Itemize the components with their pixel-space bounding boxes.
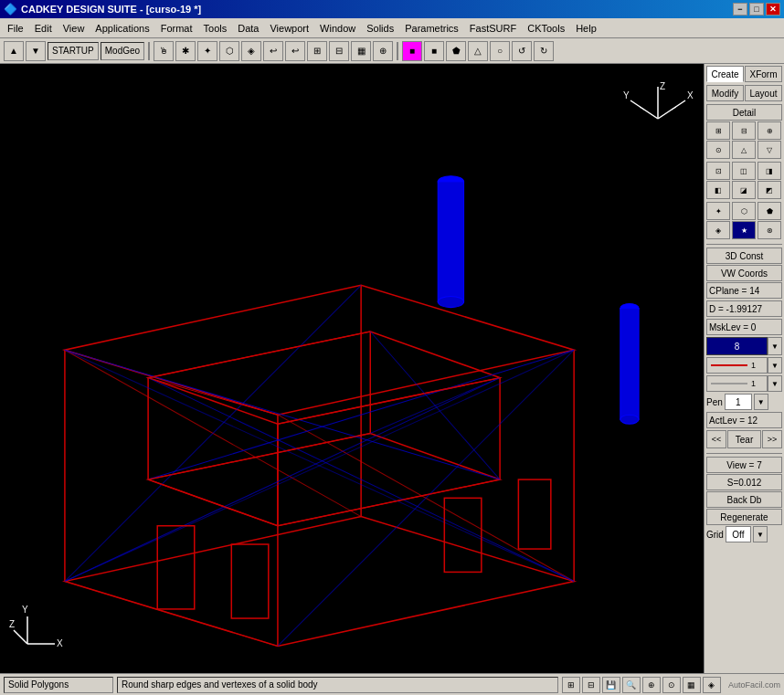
menu-item-applications[interactable]: Applications [90, 21, 154, 36]
back-db-button[interactable]: Back Db [706, 491, 782, 508]
icon-cell-2[interactable]: ⊟ [732, 121, 756, 140]
icon-cell-18[interactable]: ⊛ [758, 221, 781, 239]
toolbar-icon-15[interactable]: △ [468, 41, 488, 61]
menu-item-file[interactable]: File [2, 21, 29, 36]
scale-button[interactable]: S=0.012 [706, 474, 782, 490]
pen-value[interactable]: 1 [725, 394, 752, 410]
toolbar-down-btn[interactable]: ▼ [26, 41, 46, 61]
color-value[interactable]: 8 [706, 337, 768, 355]
menu-item-cktools[interactable]: CKTools [522, 21, 570, 36]
pen-arrow[interactable]: ▼ [754, 394, 768, 410]
status-icon-2[interactable]: ⊟ [582, 677, 600, 693]
title-text: CADKEY DESIGN SUITE - [curso-19 *] [21, 4, 201, 15]
icon-cell-6[interactable]: ▽ [758, 141, 781, 159]
status-type: Solid Polygons [4, 677, 113, 693]
status-icons: ⊞ ⊟ 💾 🔍 ⊕ ⊙ ▦ ◈ [562, 677, 721, 693]
tear-right-button[interactable]: >> [762, 430, 782, 448]
toolbar-icon-9[interactable]: ⊟ [329, 41, 349, 61]
icon-cell-5[interactable]: △ [732, 141, 756, 159]
icon-cell-10[interactable]: ◧ [706, 181, 730, 199]
tear-button[interactable]: Tear [727, 430, 761, 448]
line-arrow-2[interactable]: ▼ [768, 375, 782, 392]
close-button[interactable]: ✕ [766, 3, 780, 16]
menu-item-viewport[interactable]: Viewport [264, 21, 314, 36]
status-icon-8[interactable]: ◈ [703, 677, 721, 693]
toolbar-icon-18[interactable]: ↻ [534, 41, 554, 61]
icon-cell-7[interactable]: ⊡ [706, 162, 730, 180]
line-arrow-1[interactable]: ▼ [768, 357, 782, 374]
icon-cell-4[interactable]: ⊙ [706, 141, 730, 159]
line-preview-2[interactable]: 1 [706, 375, 768, 392]
icon-cell-14[interactable]: ⬡ [732, 202, 756, 220]
status-icon-4[interactable]: 🔍 [622, 677, 641, 693]
toolbar-icon-2[interactable]: ✱ [175, 41, 196, 61]
icon-cell-11[interactable]: ◪ [732, 181, 756, 199]
toolbar-icon-10[interactable]: ▦ [351, 41, 371, 61]
minimize-button[interactable]: − [733, 3, 747, 16]
icon-cell-16[interactable]: ◈ [706, 221, 730, 239]
status-message: Round sharp edges and vertexes of a soli… [117, 677, 558, 693]
cplane-row: CPlane = 14 [706, 282, 782, 299]
regenerate-button[interactable]: Regenerate [706, 509, 782, 525]
icon-cell-3[interactable]: ⊕ [758, 121, 781, 140]
status-icon-5[interactable]: ⊕ [642, 677, 661, 693]
grid-value[interactable]: Off [726, 526, 751, 542]
menu-item-data[interactable]: Data [232, 21, 264, 36]
tab-modify[interactable]: Modify [706, 85, 744, 101]
icon-cell-13[interactable]: ✦ [706, 202, 730, 220]
menu-item-window[interactable]: Window [314, 21, 361, 36]
toolbar-up-btn[interactable]: ▲ [4, 41, 24, 61]
color-dropdown-row: 8 ▼ [706, 337, 782, 355]
status-icon-7[interactable]: ▦ [683, 677, 701, 693]
panel-tabs-row1: Create XForm [706, 66, 782, 82]
toolbar-icon-6[interactable]: ↩ [263, 41, 283, 61]
vw-coords-button[interactable]: VW Coords [706, 265, 782, 281]
icon-cell-17[interactable]: ★ [732, 221, 756, 239]
main-area: X Y Z X Y Z [0, 64, 784, 673]
toolbar-icon-14[interactable]: ⬟ [446, 41, 466, 61]
canvas-area[interactable]: X Y Z X Y Z [0, 64, 704, 673]
menu-item-edit[interactable]: Edit [29, 21, 58, 36]
icon-cell-9[interactable]: ◨ [758, 162, 781, 180]
menu-item-view[interactable]: View [58, 21, 90, 36]
menu-item-tools[interactable]: Tools [198, 21, 233, 36]
status-icon-3[interactable]: 💾 [602, 677, 620, 693]
toolbar-icon-8[interactable]: ⊞ [307, 41, 327, 61]
status-icon-6[interactable]: ⊙ [662, 677, 681, 693]
tab-layout[interactable]: Layout [745, 85, 782, 101]
toolbar-icon-13[interactable]: ■ [424, 41, 444, 61]
3d-const-button[interactable]: 3D Const [706, 247, 782, 264]
toolbar-icon-4[interactable]: ⬡ [219, 41, 239, 61]
menu-item-solids[interactable]: Solids [361, 21, 399, 36]
toolbar-icon-17[interactable]: ↺ [512, 41, 532, 61]
line-preview-1[interactable]: 1 [706, 357, 768, 374]
svg-line-53 [14, 630, 27, 644]
menu-item-format[interactable]: Format [155, 21, 198, 36]
menu-item-help[interactable]: Help [570, 21, 602, 36]
toolbar-icon-11[interactable]: ⊕ [373, 41, 393, 61]
status-icon-1[interactable]: ⊞ [562, 677, 580, 693]
toolbar-icon-16[interactable]: ○ [490, 41, 510, 61]
grid-arrow[interactable]: ▼ [753, 526, 768, 542]
tear-left-button[interactable]: << [706, 430, 726, 448]
menu-item-parametrics[interactable]: Parametrics [399, 21, 464, 36]
icon-cell-15[interactable]: ⬟ [758, 202, 781, 220]
svg-line-22 [148, 433, 370, 479]
tab-create[interactable]: Create [706, 66, 744, 82]
toolbar-icon-3[interactable]: ✦ [197, 41, 217, 61]
detail-button[interactable]: Detail [706, 104, 782, 121]
view-button[interactable]: View = 7 [706, 457, 782, 473]
toolbar-icon-12[interactable]: ■ [402, 41, 422, 61]
tab-xform[interactable]: XForm [745, 66, 782, 82]
icon-cell-8[interactable]: ◫ [732, 162, 756, 180]
svg-marker-0 [65, 517, 574, 647]
toolbar-icon-7[interactable]: ↩ [285, 41, 305, 61]
maximize-button[interactable]: □ [749, 3, 764, 16]
svg-text:X: X [57, 638, 63, 648]
toolbar-icon-1[interactable]: 🖱 [154, 41, 174, 61]
icon-cell-12[interactable]: ◩ [758, 181, 781, 199]
menu-item-fastsurf[interactable]: FastSURF [464, 21, 522, 36]
color-dropdown-arrow[interactable]: ▼ [768, 337, 782, 355]
toolbar-icon-5[interactable]: ◈ [241, 41, 261, 61]
icon-cell-1[interactable]: ⊞ [706, 121, 730, 140]
